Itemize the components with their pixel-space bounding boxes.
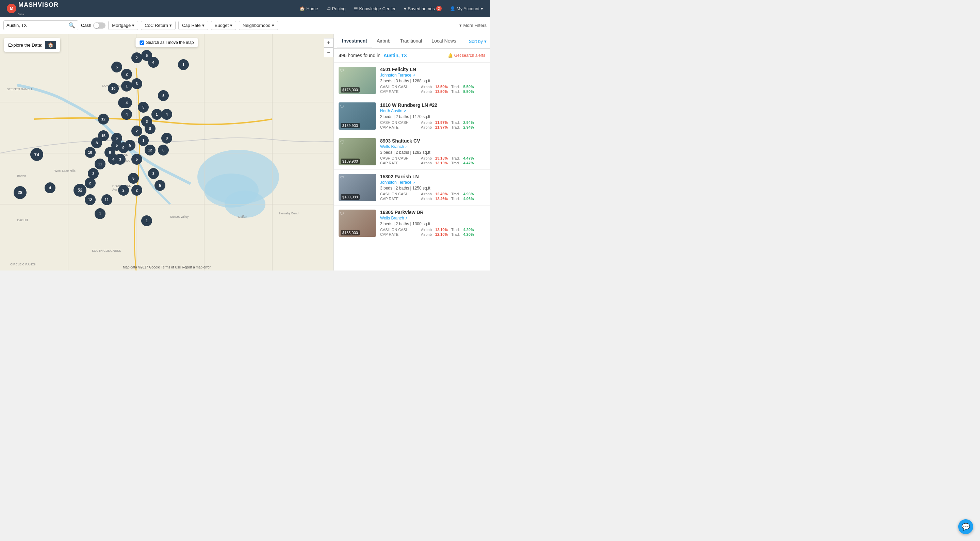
- map-cluster[interactable]: 4: [121, 97, 132, 108]
- map-cluster[interactable]: 4: [108, 154, 119, 165]
- heart-btn[interactable]: ♡: [340, 175, 344, 181]
- tab-local-news[interactable]: Local News: [427, 34, 461, 48]
- map-cluster[interactable]: 8: [161, 133, 172, 143]
- map-cluster[interactable]: 5: [128, 173, 139, 184]
- logo-icon: M: [7, 4, 16, 13]
- heart-btn[interactable]: ♡: [340, 68, 344, 73]
- airbnb-cap: 13.50%: [435, 89, 448, 94]
- map-cluster[interactable]: 5: [154, 180, 165, 191]
- zoom-in-btn[interactable]: +: [324, 38, 334, 48]
- heart-icon: ♥: [404, 6, 407, 11]
- heart-btn[interactable]: ♡: [340, 104, 344, 109]
- mortgage-filter[interactable]: Mortgage ▾: [108, 21, 138, 30]
- map-area[interactable]: STEINER RANCH NORTHWEST HILLS West Lake …: [0, 34, 334, 270]
- map-cluster[interactable]: 10: [108, 83, 119, 94]
- airbnb-label-2: Airbnb: [421, 125, 432, 129]
- nav-pricing[interactable]: 🏷 Pricing: [326, 6, 346, 11]
- nav-home[interactable]: 🏠 Home: [299, 6, 318, 11]
- map-cluster[interactable]: 12: [98, 114, 109, 124]
- map-cluster[interactable]: 6: [111, 133, 122, 143]
- map-cluster[interactable]: 2: [85, 178, 95, 188]
- trad-coc: 2.94%: [463, 121, 474, 124]
- map-cluster[interactable]: 1: [141, 215, 152, 226]
- airbnb-label: Airbnb: [421, 156, 432, 160]
- listing-card[interactable]: $139,900 ♡ 1010 W Rundberg LN #22 North …: [334, 98, 490, 134]
- map-cluster[interactable]: 8: [91, 137, 102, 148]
- listing-card[interactable]: $178,000 ♡ 4501 Felicity LN Johnston Ter…: [334, 63, 490, 98]
- sort-by-btn[interactable]: Sort by ▾: [469, 39, 487, 44]
- cash-toggle[interactable]: [93, 22, 105, 29]
- map-cluster[interactable]: 5: [131, 154, 142, 165]
- cash-on-cash-values: Airbnb 13.50% Trad. 5.50%: [421, 85, 485, 89]
- map-cluster[interactable]: 8: [145, 123, 156, 134]
- listing-neighborhood[interactable]: Johnston Terrace ↗: [380, 73, 485, 78]
- map-cluster[interactable]: 5: [158, 90, 169, 101]
- listing-card[interactable]: $189,900 ♡ 8903 Shattuck CV Wells Branch…: [334, 134, 490, 170]
- listing-price-badge: $139,900: [340, 123, 360, 128]
- map-cluster[interactable]: 3: [148, 168, 159, 179]
- map-cluster[interactable]: 11: [102, 194, 112, 205]
- cap-rate-label: CAP RATE: [380, 232, 421, 237]
- map-cluster[interactable]: 5: [138, 102, 149, 113]
- tab-investment[interactable]: Investment: [337, 34, 372, 48]
- more-filters-btn[interactable]: ▾ More Filters: [460, 23, 487, 28]
- map-cluster[interactable]: 5: [111, 62, 122, 72]
- listing-neighborhood[interactable]: Johnston Terrace ↗: [380, 180, 485, 185]
- map-cluster[interactable]: 5: [124, 140, 135, 151]
- zoom-controls: + −: [324, 38, 334, 57]
- map-cluster[interactable]: 1: [121, 81, 132, 92]
- zoom-out-btn[interactable]: −: [324, 48, 334, 57]
- listing-specs: 2 beds | 2 baths | 1170 sq.ft: [380, 114, 485, 119]
- nav-saved[interactable]: ♥ Saved homes 2: [404, 6, 442, 11]
- airbnb-label: Airbnb: [421, 121, 432, 124]
- map-cluster[interactable]: 4: [121, 109, 132, 120]
- search-box[interactable]: 🔍: [3, 21, 78, 30]
- trad-coc: 4.47%: [463, 156, 474, 160]
- map-cluster[interactable]: 1: [151, 109, 162, 120]
- map-cluster[interactable]: 4: [161, 109, 172, 120]
- tab-airbnb[interactable]: Airbnb: [372, 34, 395, 48]
- listing-price-badge: $185,000: [340, 230, 360, 235]
- search-move-checkbox[interactable]: [140, 40, 144, 45]
- map-cluster[interactable]: 10: [85, 147, 95, 158]
- map-cluster[interactable]: 2: [131, 185, 142, 196]
- nav-account[interactable]: 👤 My Account ▾: [450, 6, 483, 11]
- map-cluster[interactable]: 2: [118, 185, 129, 196]
- map-cluster[interactable]: 1: [95, 208, 105, 219]
- listing-card[interactable]: $189,999 ♡ 15302 Parrish LN Johnston Ter…: [334, 170, 490, 205]
- map-cluster[interactable]: 74: [30, 148, 43, 161]
- search-icon: 🔍: [68, 22, 75, 29]
- map-cluster[interactable]: 4: [45, 182, 56, 193]
- coc-return-filter[interactable]: CoC Return ▾: [141, 21, 176, 30]
- listing-neighborhood[interactable]: Wells Branch ↗: [380, 216, 485, 221]
- map-cluster[interactable]: 1: [178, 59, 189, 70]
- cap-rate-filter[interactable]: Cap Rate ▾: [178, 21, 208, 30]
- map-cluster[interactable]: 28: [14, 186, 27, 199]
- listing-card[interactable]: $185,000 ♡ 16305 Parkview DR Wells Branc…: [334, 205, 490, 241]
- alert-btn[interactable]: 🔔 Get search alerts: [448, 53, 485, 58]
- heart-btn[interactable]: ♡: [340, 211, 344, 216]
- map-cluster[interactable]: 12: [145, 145, 156, 156]
- budget-filter[interactable]: Budget ▾: [211, 21, 236, 30]
- map-cluster[interactable]: 2: [131, 53, 142, 63]
- heart-btn[interactable]: ♡: [340, 140, 344, 145]
- map-cluster[interactable]: 52: [73, 184, 86, 197]
- map-cluster[interactable]: 1: [138, 135, 149, 146]
- search-input[interactable]: [6, 23, 66, 28]
- listing-neighborhood[interactable]: North Austin ↗: [380, 108, 485, 113]
- map-cluster[interactable]: 12: [85, 194, 95, 205]
- map-cluster[interactable]: 2: [131, 126, 142, 137]
- external-link-icon: ↗: [405, 145, 408, 149]
- map-cluster[interactable]: 2: [121, 69, 132, 80]
- listing-neighborhood[interactable]: Wells Branch ↗: [380, 144, 485, 149]
- trad-label: Trad.: [451, 228, 460, 232]
- nav-knowledge[interactable]: ☰ Knowledge Center: [354, 6, 396, 11]
- map-cluster[interactable]: 6: [158, 145, 169, 156]
- home-view-btn[interactable]: 🏠: [45, 41, 56, 49]
- neighborhood-filter[interactable]: Neighborhood ▾: [239, 21, 278, 30]
- map-cluster[interactable]: 3: [131, 78, 142, 89]
- search-move-bar: Search as I move the map: [135, 38, 198, 47]
- tab-traditional[interactable]: Traditional: [395, 34, 427, 48]
- map-cluster[interactable]: 11: [95, 159, 105, 169]
- map-cluster[interactable]: 4: [148, 57, 159, 68]
